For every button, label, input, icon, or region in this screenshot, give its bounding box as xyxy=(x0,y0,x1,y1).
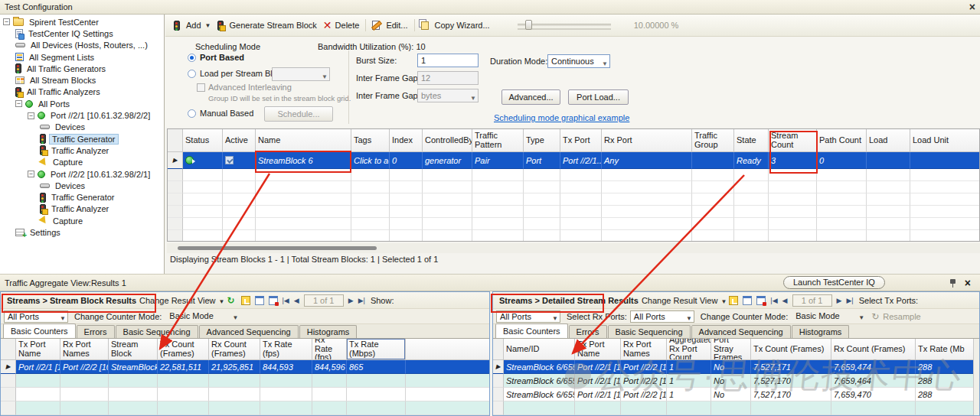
tab-basic-counters[interactable]: Basic Counters xyxy=(3,323,76,338)
load-per-stream-block-radio[interactable] xyxy=(188,70,196,78)
tab-advanced-sequencing[interactable]: Advanced Sequencing xyxy=(199,325,299,338)
add-label: Add xyxy=(186,21,201,30)
scrollbar-thumb[interactable] xyxy=(178,246,377,250)
grid-horizontal-scrollbar[interactable] xyxy=(167,243,980,253)
export-results-icon[interactable] xyxy=(241,296,250,305)
tree-item-all-ports[interactable]: −All Ports xyxy=(0,98,164,109)
manual-based-radio[interactable] xyxy=(188,109,196,118)
edit-button[interactable]: Edit... xyxy=(369,19,410,31)
tree-item-capture[interactable]: Capture xyxy=(0,215,164,226)
scheduling-example-link[interactable]: Scheduling mode graphical example xyxy=(494,113,629,122)
tree-item-traffic-generator[interactable]: Traffic Generator xyxy=(0,191,164,203)
tree-item-all-stream-blocks[interactable]: All Stream Blocks xyxy=(0,74,164,86)
advanced-interleaving-checkbox[interactable] xyxy=(197,83,205,92)
slider-thumb[interactable] xyxy=(525,20,532,30)
right-counter-mode-combo[interactable]: Basic Mode▼ xyxy=(792,310,866,323)
port-load-button[interactable]: Port Load... xyxy=(568,89,629,105)
close-icon[interactable]: × xyxy=(969,2,975,12)
inter-frame-gap-unit-combo[interactable]: bytes▼ xyxy=(417,89,479,102)
tx-ports-combo[interactable]: All Ports▼ xyxy=(496,310,560,323)
close-panel-icon[interactable]: × xyxy=(965,277,971,289)
tree-item-capture[interactable]: Capture xyxy=(0,157,164,168)
expander-icon[interactable]: − xyxy=(15,100,22,107)
tab-errors[interactable]: Errors xyxy=(77,325,115,338)
prev-page-icon[interactable]: ◀ xyxy=(782,297,788,304)
app-window: Test Configuration × −Spirent TestCenter… xyxy=(0,0,980,416)
tree-item-all-traffic-analyzers[interactable]: All Traffic Analyzers xyxy=(0,86,164,98)
left-results-toolbar: Streams > Stream Block Results Change Re… xyxy=(1,292,489,309)
tab-histograms[interactable]: Histograms xyxy=(299,325,358,338)
grid-record-icon[interactable] xyxy=(269,296,278,305)
tree-item-traffic-analyzer[interactable]: Traffic Analyzer xyxy=(0,203,164,215)
change-result-view-button[interactable]: Change Result View ▼ xyxy=(642,296,727,305)
next-page-icon[interactable]: ▶ xyxy=(348,297,354,304)
port-based-radio[interactable] xyxy=(188,54,196,62)
tab-histograms[interactable]: Histograms xyxy=(792,325,850,338)
results-row[interactable]: ▶Port //2/1 [10...Port //2/2 [10...Strea… xyxy=(1,360,489,374)
load-slider[interactable] xyxy=(518,20,611,31)
rx-ports-combo[interactable]: All Ports▼ xyxy=(630,310,694,323)
burst-size-input[interactable]: 1 xyxy=(417,54,479,67)
column-header: Type xyxy=(524,129,560,152)
resample-label[interactable]: Resample xyxy=(883,312,921,321)
last-page-icon[interactable]: ▶| xyxy=(358,297,365,304)
tree-item-all-traffic-generators[interactable]: All Traffic Generators xyxy=(0,63,164,74)
expander-icon[interactable]: − xyxy=(28,171,34,177)
tree-item-traffic-analyzer[interactable]: Traffic Analyzer xyxy=(0,145,164,156)
tab-basic-sequencing[interactable]: Basic Sequencing xyxy=(116,325,198,338)
results-row[interactable]: ▶StreamBlock 6/65536Port //2/1 [10...Por… xyxy=(493,360,979,374)
next-page-icon[interactable]: ▶ xyxy=(837,297,842,304)
first-page-icon[interactable]: |◀ xyxy=(770,297,777,304)
load-unit-combo[interactable]: ▼ xyxy=(272,67,330,81)
duration-mode-combo[interactable]: Continuous▼ xyxy=(547,54,610,68)
tree-item-spirent-testcenter[interactable]: −Spirent TestCenter xyxy=(0,16,164,28)
add-button[interactable]: Add ▼ xyxy=(171,19,214,32)
export-results-icon[interactable] xyxy=(729,296,738,305)
pin-icon[interactable] xyxy=(949,278,957,288)
results-row[interactable]: StreamBlock 6/65537Port //2/1 [10...Port… xyxy=(493,374,979,388)
cell xyxy=(312,401,347,415)
expander-icon[interactable]: − xyxy=(28,112,34,119)
grid-record-icon[interactable] xyxy=(756,296,766,305)
results-row[interactable]: StreamBlock 6/65538Port //2/1 [10...Port… xyxy=(493,388,979,401)
schedule-button[interactable]: Schedule... xyxy=(264,106,333,122)
tree-item-all-devices-hosts-routers[interactable]: All Devices (Hosts, Routers, ...) xyxy=(0,40,164,51)
expander-icon[interactable]: − xyxy=(3,18,10,25)
stream-block-row[interactable]: ▶StreamBlock 6Click to ad...0generatorPa… xyxy=(168,152,979,169)
delete-button[interactable]: ✕ Delete xyxy=(320,19,363,31)
change-result-view-button[interactable]: Change Result View ▼ xyxy=(139,296,224,305)
tree-item-all-segment-lists[interactable]: All Segment Lists xyxy=(0,51,164,63)
prev-page-icon[interactable]: ◀ xyxy=(294,297,299,304)
stream-block-results-panel: Streams > Stream Block Results Change Re… xyxy=(0,291,490,416)
tree-item-traffic-generator[interactable]: Traffic Generator xyxy=(0,133,164,145)
tree-item-port-2-2-10-61-32-98-2-1[interactable]: −Port //2/2 [10.61.32.98/2/1] xyxy=(0,168,164,180)
tab-advanced-sequencing[interactable]: Advanced Sequencing xyxy=(691,325,791,338)
grid-view-icon[interactable] xyxy=(255,296,264,305)
tree-item-testcenter-iq-settings[interactable]: TestCenter IQ Settings xyxy=(0,28,164,39)
launch-testcenter-iq-button[interactable]: Launch TestCenter IQ xyxy=(783,276,885,289)
first-page-icon[interactable]: |◀ xyxy=(283,297,289,304)
last-page-icon[interactable]: ▶| xyxy=(846,297,853,304)
active-checkbox-icon[interactable] xyxy=(225,156,234,164)
advanced-button[interactable]: Advanced... xyxy=(501,89,560,105)
cell: Port xyxy=(524,152,560,169)
cell xyxy=(692,206,734,218)
tab-basic-counters[interactable]: Basic Counters xyxy=(495,323,568,338)
cell xyxy=(256,181,351,193)
tab-basic-sequencing[interactable]: Basic Sequencing xyxy=(608,325,691,338)
tree-item-devices[interactable]: Devices xyxy=(0,122,164,133)
grid-view-icon[interactable] xyxy=(743,296,752,305)
refresh-results-icon[interactable]: ↻ xyxy=(227,296,237,305)
inter-frame-gap-input[interactable]: 12 xyxy=(417,71,479,85)
tree-item-devices[interactable]: Devices xyxy=(0,180,164,191)
tree-item-port-2-1-10-61-32-98-2-2[interactable]: −Port //2/1 [10.61.32.98/2/2] xyxy=(0,109,164,121)
cell xyxy=(256,230,351,242)
tab-errors[interactable]: Errors xyxy=(569,325,607,338)
copy-wizard-button[interactable]: Copy Wizard... xyxy=(418,19,493,31)
left-ports-combo[interactable]: All Ports▼ xyxy=(4,310,68,323)
left-counter-mode-combo[interactable]: Basic Mode▼ xyxy=(166,310,240,323)
tree-item-settings[interactable]: Settings xyxy=(0,226,164,238)
right-vertical-scrollbar[interactable] xyxy=(973,339,979,415)
generate-stream-block-button[interactable]: Generate Stream Block xyxy=(214,19,320,32)
cell xyxy=(390,218,423,230)
